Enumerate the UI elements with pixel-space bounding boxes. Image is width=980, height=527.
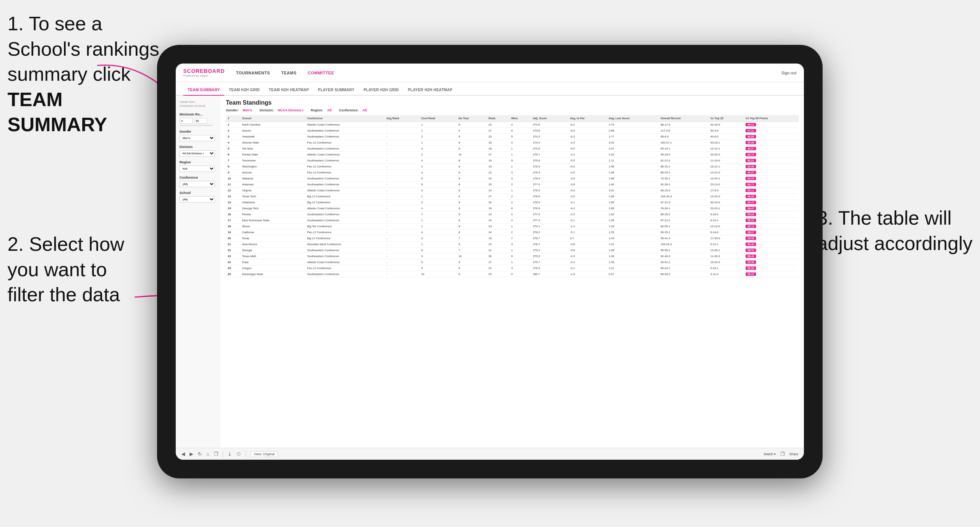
cell-vs25: 18-12-1: [708, 164, 744, 170]
cell-avg-low: 3.01: [607, 187, 659, 194]
cell-avg-low: 1.28: [607, 248, 659, 253]
cell-avg-low: 2.88: [607, 128, 659, 134]
cell-points: 80.95: [744, 235, 799, 241]
tab-player-h2h-heatmap[interactable]: PLAYER H2H HEATMAP: [403, 88, 457, 95]
cell-avg-to-par: -3.5: [568, 194, 607, 200]
watch-button[interactable]: Watch ▾: [764, 452, 776, 456]
cell-conf-rank: 1: [419, 140, 457, 146]
chip-region: Region: All: [311, 108, 332, 112]
cell-rank: 20: [226, 235, 240, 241]
cell-wins: 9: [509, 158, 531, 164]
table-row: 7 Tennessee Southeastern Conference - 4 …: [226, 158, 799, 164]
tab-team-h2h-grid[interactable]: TEAM H2H GRID: [224, 88, 264, 95]
instruction-step1: 1. To see a School's rankings summary cl…: [8, 11, 164, 138]
cell-adj-score: 273.5: [531, 122, 568, 128]
cell-no-tour: 8: [457, 271, 487, 277]
cell-rank: 13: [226, 194, 240, 200]
cell-avg-rank: -: [384, 217, 419, 224]
toolbar-forward-icon[interactable]: ▶: [189, 451, 193, 457]
min-rounds-max-input[interactable]: [194, 118, 207, 124]
cell-avg-low: 2.37: [607, 146, 659, 152]
toolbar-reload-icon[interactable]: ↻: [198, 451, 202, 457]
cell-vs25: 17-33-0: [708, 235, 744, 241]
toolbar-home-icon[interactable]: ⌂: [207, 451, 209, 457]
cell-overall: 82-28-1: [659, 182, 708, 187]
cell-rnds: 24: [487, 211, 509, 217]
cell-rank: 26: [226, 271, 240, 277]
conference-label: Conference: [180, 176, 217, 179]
cell-rank: 14: [226, 200, 240, 206]
table-row: 19 California Pac-12 Conference - 4 8 24…: [226, 230, 799, 235]
cell-conf-rank: 10: [419, 271, 457, 277]
filter-minimum-rounds: Minimum Ro...: [180, 113, 217, 126]
chip-conference: Conference: All: [339, 108, 367, 112]
cell-overall: 80-25-2: [659, 211, 708, 217]
cell-avg-to-par: -4.0: [568, 140, 607, 146]
cell-avg-low: 1.85: [607, 194, 659, 200]
cell-conference: Big 12 Conference: [305, 200, 385, 206]
cell-rnds: 18: [487, 146, 509, 152]
filter-conference: Conference (All): [180, 176, 217, 187]
cell-avg-to-par: -0.4: [568, 259, 607, 265]
cell-conference: Southeastern Conference: [305, 182, 385, 187]
cell-avg-low: 1.53: [607, 230, 659, 235]
cell-conference: Pac-12 Conference: [305, 140, 385, 146]
cell-avg-to-par: -4.2: [568, 206, 607, 211]
cell-conference: Southeastern Conference: [305, 248, 385, 253]
school-select[interactable]: (All): [180, 196, 215, 203]
cell-conf-rank: 7: [419, 211, 457, 217]
cell-conf-rank: 1: [419, 128, 457, 134]
cell-conference: Southeastern Conference: [305, 146, 385, 152]
tab-team-h2h-heatmap[interactable]: TEAM H2H HEATMAP: [264, 88, 313, 95]
nav-teams[interactable]: TEAMS: [281, 69, 296, 77]
cell-avg-to-par: -5.5: [568, 158, 607, 164]
table-row: 18 Illinois Big Ten Conference - 1 9 23 …: [226, 224, 799, 230]
tab-team-summary[interactable]: TEAM SUMMARY: [183, 88, 224, 96]
cell-wins: 1: [509, 146, 531, 152]
cell-avg-low: 1.86: [607, 176, 659, 182]
view-original-button[interactable]: View: Original: [250, 451, 278, 457]
cell-rank: 11: [226, 182, 240, 187]
table-title: Team Standings: [226, 99, 799, 106]
tab-player-summary[interactable]: PLAYER SUMMARY: [313, 88, 359, 95]
col-vs25: Vs Top 25: [708, 115, 744, 122]
cell-wins: 4: [509, 217, 531, 224]
cell-rnds: 23: [487, 122, 509, 128]
sign-out-button[interactable]: Sign out: [781, 71, 796, 75]
division-select[interactable]: NCAA Division I NCAA Division II NCAA Di…: [180, 150, 215, 157]
rounds-slider[interactable]: [180, 125, 213, 126]
cell-rnds: 23: [487, 164, 509, 170]
instruction-step3: 3. The table will adjust accordingly: [817, 206, 972, 256]
cell-wins: 8: [509, 253, 531, 259]
nav-tournaments[interactable]: TOURNAMENTS: [236, 69, 270, 77]
cell-vs25: 40-6-0: [708, 134, 744, 140]
cell-rnds: 22: [487, 241, 509, 248]
cell-rank: 1: [226, 122, 240, 128]
nav-committee[interactable]: COMMITTEE: [308, 69, 334, 77]
cell-avg-low: 2.52: [607, 140, 659, 146]
toolbar-back-icon[interactable]: ◀: [181, 451, 185, 457]
cell-avg-to-par: -6.0: [568, 164, 607, 170]
share-button[interactable]: Share: [789, 452, 798, 456]
cell-wins: 4: [509, 122, 531, 128]
toolbar-share-icon2[interactable]: ⤓: [228, 451, 232, 457]
cell-no-tour: 8: [457, 217, 487, 224]
toolbar-copy-icon[interactable]: ❐: [214, 451, 218, 457]
cell-avg-rank: -: [384, 248, 419, 253]
cell-overall: 95-29-2: [659, 152, 708, 158]
cell-rank: 25: [226, 265, 240, 271]
cell-school: Texas Tech: [240, 194, 305, 200]
toolbar-clock-icon[interactable]: ⏲: [236, 451, 241, 457]
region-select[interactable]: N/A All: [180, 165, 215, 172]
conference-select[interactable]: (All): [180, 181, 215, 187]
cell-wins: 6: [509, 128, 531, 134]
cell-wins: 1: [509, 259, 531, 265]
tab-player-h2h-grid[interactable]: PLAYER H2H GRID: [359, 88, 403, 95]
toolbar-expand-icon[interactable]: ❐: [780, 451, 785, 457]
cell-conference: Southeastern Conference: [305, 211, 385, 217]
cell-conference: Atlantic Coast Conference: [305, 206, 385, 211]
min-rounds-min-input[interactable]: [180, 118, 192, 124]
cell-points: 85.02: [744, 211, 799, 217]
cell-conf-rank: 1: [419, 241, 457, 248]
gender-select[interactable]: Men's Women's: [180, 135, 215, 141]
